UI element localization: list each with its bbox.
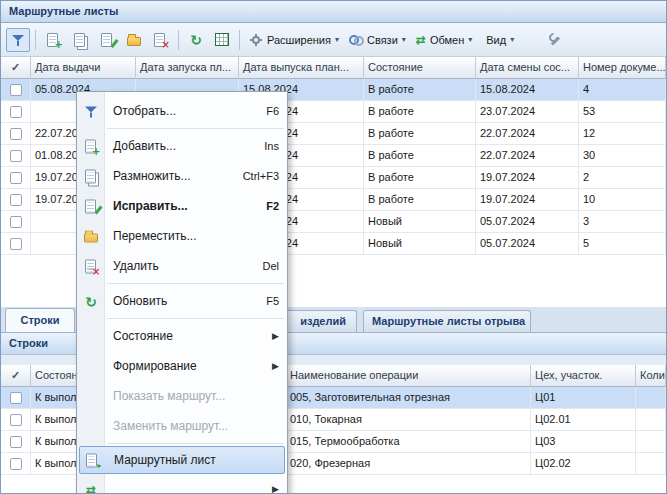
cell-doc-number: 12	[579, 123, 666, 145]
row-checkbox[interactable]	[10, 106, 22, 118]
refresh-button[interactable]: ↻	[184, 28, 208, 52]
toolbar-separator	[239, 30, 240, 50]
links-dropdown[interactable]: Связи ▾	[345, 28, 410, 52]
column-header-check[interactable]: ✓	[1, 57, 31, 79]
menu-item-label: Удалить	[113, 259, 159, 273]
cell-doc-number: 10	[579, 189, 666, 211]
folder-icon	[82, 228, 100, 245]
delete-button[interactable]: ×	[148, 28, 173, 52]
cell-changed-date: 23.07.2024	[476, 101, 579, 123]
row-check-cell	[1, 79, 31, 101]
cell-changed-date: 05.07.2024	[476, 233, 579, 255]
move-button[interactable]	[122, 28, 146, 52]
chain-icon	[349, 35, 363, 45]
row-check-cell	[1, 409, 31, 431]
toolbar-separator	[35, 30, 36, 50]
row-checkbox[interactable]	[10, 238, 22, 250]
cell-state: Новый	[364, 211, 476, 233]
cell-qty	[636, 431, 666, 453]
cell-changed-date: 15.08.2024	[476, 79, 579, 101]
cell-doc-number: 3	[579, 211, 666, 233]
menu-item-delete[interactable]: × Удалить Del	[77, 251, 287, 281]
toolbar: + × ↻ Расширения ▾ Связи ▾	[1, 23, 666, 57]
extensions-label: Расширения	[267, 34, 331, 46]
main-table-header: ✓ Дата выдачи Дата запуска пл... Дата вы…	[1, 57, 666, 79]
submenu-arrow-icon: ▶	[272, 361, 279, 371]
menu-shortcut: Ins	[264, 140, 279, 152]
exchange-icon: ⇄	[416, 34, 426, 46]
cell-doc-number: 5	[579, 233, 666, 255]
document-copy-icon	[82, 168, 100, 185]
document-delete-icon: ×	[82, 258, 100, 275]
cell-state: В работе	[364, 101, 476, 123]
row-checkbox[interactable]	[10, 128, 22, 140]
menu-separator	[107, 283, 284, 284]
menu-shortcut: Del	[262, 260, 279, 272]
column-header-doc-number[interactable]: Номер докуме...	[579, 57, 666, 79]
chevron-down-icon: ▾	[468, 35, 472, 44]
tab-route-sheets-tearoff[interactable]: Маршрутные листы отрыва	[363, 310, 531, 332]
document-edit-icon	[99, 32, 116, 48]
column-header-state[interactable]: Состояние	[364, 57, 476, 79]
menu-item-label: Переместить...	[113, 229, 197, 243]
view-dropdown[interactable]: Вид ▾	[478, 28, 518, 52]
refresh-icon: ↻	[190, 33, 202, 47]
menu-item-label: Заменить маршрут...	[113, 419, 228, 433]
menu-item-label: Показать маршрут...	[113, 389, 225, 403]
row-checkbox[interactable]	[10, 392, 22, 404]
menu-shortcut: F6	[266, 105, 279, 117]
exchange-dropdown[interactable]: ⇄ Обмен ▾	[412, 28, 476, 52]
row-checkbox[interactable]	[10, 414, 22, 426]
menu-item-label: Формирование	[113, 359, 197, 373]
column-header-dept[interactable]: Цех, участок.	[531, 365, 636, 387]
menu-item-label: Отобрать...	[113, 104, 176, 118]
document-edit-icon	[82, 198, 100, 215]
duplicate-button[interactable]	[68, 28, 93, 52]
menu-item-route-sheet[interactable]: ▸ Маршрутный лист	[79, 446, 285, 474]
add-button[interactable]: +	[41, 28, 66, 52]
edit-button[interactable]	[95, 28, 120, 52]
cell-state: В работе	[364, 167, 476, 189]
row-checkbox[interactable]	[10, 436, 22, 448]
row-checkbox[interactable]	[10, 150, 22, 162]
panel-title: Маршрутные листы	[1, 1, 666, 23]
column-header-launch-date[interactable]: Дата запуска пл...	[136, 57, 239, 79]
column-header-release-date[interactable]: Дата выпуска план...	[239, 57, 364, 79]
menu-item-edit[interactable]: Исправить... F2	[77, 191, 287, 221]
menu-shortcut: F5	[266, 295, 279, 307]
menu-shortcut: F2	[266, 200, 279, 212]
menu-item-label: Состояние	[113, 329, 173, 343]
wrench-icon	[548, 33, 562, 47]
menu-item-state[interactable]: Состояние ▶	[77, 321, 287, 351]
cell-state: В работе	[364, 145, 476, 167]
column-header-check[interactable]: ✓	[1, 365, 31, 387]
menu-item-select[interactable]: Отобрать... F6	[77, 96, 287, 126]
column-header-operation[interactable]: Наименование операции	[286, 365, 531, 387]
menu-item-show-route: Показать маршрут...	[77, 381, 287, 411]
filter-icon	[82, 103, 100, 120]
row-checkbox[interactable]	[10, 84, 22, 96]
extensions-dropdown[interactable]: Расширения ▾	[245, 28, 343, 52]
cell-operation: 005, Заготовительная отрезная	[286, 387, 531, 409]
filter-button[interactable]	[6, 28, 30, 52]
export-excel-button[interactable]	[210, 28, 234, 52]
row-checkbox[interactable]	[10, 172, 22, 184]
menu-item-more[interactable]: ⇄ ▶	[77, 474, 287, 494]
menu-item-refresh[interactable]: ↻ Обновить F5	[77, 286, 287, 316]
menu-item-add[interactable]: + Добавить... Ins	[77, 131, 287, 161]
row-checkbox[interactable]	[10, 216, 22, 228]
menu-separator	[107, 318, 284, 319]
row-check-cell	[1, 211, 31, 233]
tab-lines[interactable]: Строки	[5, 308, 75, 332]
filter-icon	[11, 33, 25, 47]
column-header-qty[interactable]: Колич...	[636, 365, 666, 387]
menu-item-formation[interactable]: Формирование ▶	[77, 351, 287, 381]
settings-button[interactable]	[543, 28, 567, 52]
column-header-changed-date[interactable]: Дата смены сос...	[476, 57, 579, 79]
menu-item-duplicate[interactable]: Размножить... Ctrl+F3	[77, 161, 287, 191]
column-header-issue-date[interactable]: Дата выдачи	[31, 57, 136, 79]
menu-item-move[interactable]: Переместить...	[77, 221, 287, 251]
row-checkbox[interactable]	[10, 194, 22, 206]
row-checkbox[interactable]	[10, 458, 22, 470]
exchange-label: Обмен	[430, 34, 464, 46]
